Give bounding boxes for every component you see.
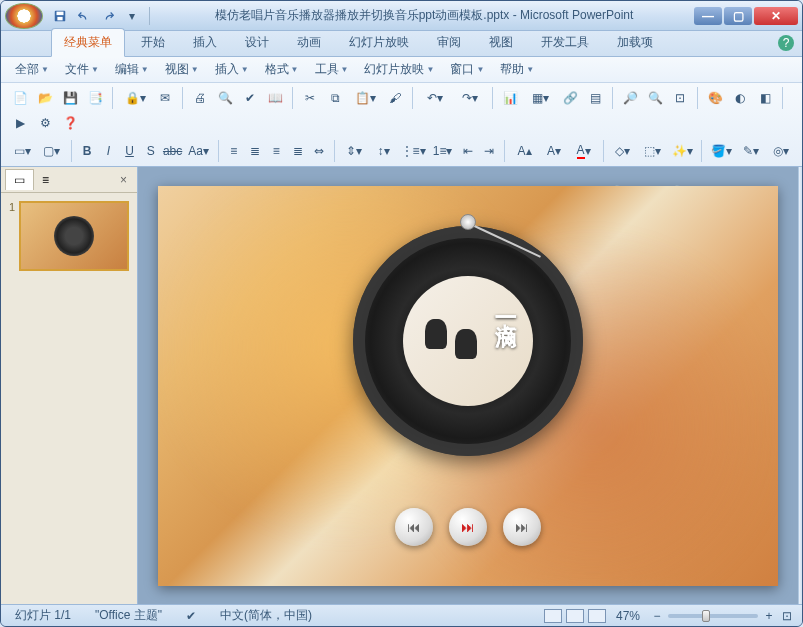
save-icon[interactable] — [49, 5, 71, 27]
tab-slideshow[interactable]: 幻灯片放映 — [337, 29, 421, 56]
sorter-view-icon[interactable] — [566, 609, 584, 623]
tab-developer[interactable]: 开发工具 — [529, 29, 601, 56]
tab-home[interactable]: 开始 — [129, 29, 177, 56]
slide-thumbnail[interactable] — [19, 201, 129, 271]
italic-icon[interactable]: I — [99, 140, 117, 162]
qat-more-icon[interactable]: ▾ — [121, 5, 143, 27]
font-color-icon[interactable]: A▾ — [570, 140, 597, 162]
align-center-icon[interactable]: ≣ — [246, 140, 264, 162]
slideshow-view-icon[interactable] — [588, 609, 606, 623]
numbering-icon[interactable]: 1≡▾ — [429, 140, 456, 162]
slide-canvas[interactable]: 一点一滴 ⏮ ⏭ ⏭ — [158, 186, 778, 586]
inc-indent-icon[interactable]: ⇥ — [480, 140, 498, 162]
tab-view[interactable]: 视图 — [477, 29, 525, 56]
menu-window[interactable]: 窗口▼ — [444, 58, 490, 81]
underline-icon[interactable]: U — [120, 140, 138, 162]
zoom-thumb[interactable] — [702, 610, 710, 622]
save-icon[interactable]: 💾 — [59, 87, 81, 109]
tab-review[interactable]: 审阅 — [425, 29, 473, 56]
fill-icon[interactable]: 🪣▾ — [708, 140, 735, 162]
table-icon[interactable]: ▦▾ — [524, 87, 556, 109]
zoom-in-button[interactable]: + — [762, 609, 776, 623]
permission-icon[interactable]: 🔒▾ — [119, 87, 151, 109]
direction-icon[interactable]: ↕▾ — [370, 140, 397, 162]
menu-help[interactable]: 帮助▼ — [494, 58, 540, 81]
zoom-level[interactable]: 47% — [610, 607, 646, 625]
copy-icon[interactable]: ⧉ — [324, 87, 346, 109]
open-icon[interactable]: 📂 — [34, 87, 56, 109]
tab-design[interactable]: 设计 — [233, 29, 281, 56]
bw-icon[interactable]: ◧ — [754, 87, 776, 109]
help-icon[interactable]: ? — [778, 35, 794, 51]
saveas-icon[interactable]: 📑 — [84, 87, 106, 109]
menu-edit[interactable]: 编辑▼ — [109, 58, 155, 81]
menu-insert[interactable]: 插入▼ — [209, 58, 255, 81]
chart-icon[interactable]: 📊 — [499, 87, 521, 109]
redo-icon[interactable] — [97, 5, 119, 27]
tab-slides-icon[interactable]: ▭ — [5, 169, 34, 190]
dec-indent-icon[interactable]: ⇤ — [459, 140, 477, 162]
strike-icon[interactable]: abc — [163, 140, 182, 162]
zoom-slider[interactable] — [668, 614, 758, 618]
undo-icon[interactable]: ↶▾ — [419, 87, 451, 109]
play-button[interactable]: ⏭ — [449, 508, 487, 546]
zoom-out-button[interactable]: − — [650, 609, 664, 623]
tables-icon[interactable]: ▤ — [584, 87, 606, 109]
distribute-icon[interactable]: ⇔ — [310, 140, 328, 162]
tab-classic-menu[interactable]: 经典菜单 — [51, 28, 125, 57]
tab-addins[interactable]: 加载项 — [605, 29, 665, 56]
bold-icon[interactable]: B — [78, 140, 96, 162]
justify-icon[interactable]: ≣ — [288, 140, 306, 162]
print-icon[interactable]: 🖨 — [189, 87, 211, 109]
quick-styles-icon[interactable]: ✨▾ — [669, 140, 696, 162]
undo-icon[interactable] — [73, 5, 95, 27]
paste-icon[interactable]: 📋▾ — [349, 87, 381, 109]
tab-outline-icon[interactable]: ≡ — [34, 170, 57, 190]
spell-icon[interactable]: ✔ — [239, 87, 261, 109]
new-icon[interactable]: 📄 — [9, 87, 31, 109]
cut-icon[interactable]: ✂ — [299, 87, 321, 109]
prev-button[interactable]: ⏮ — [395, 508, 433, 546]
menu-slideshow[interactable]: 幻灯片放映▼ — [358, 58, 440, 81]
options-icon[interactable]: ⚙ — [34, 112, 56, 134]
align-right-icon[interactable]: ≡ — [267, 140, 285, 162]
zoom-out-icon[interactable]: 🔍 — [644, 87, 666, 109]
bullets-icon[interactable]: ⋮≡▾ — [400, 140, 427, 162]
maximize-button[interactable]: ▢ — [724, 7, 752, 25]
format-painter-icon[interactable]: 🖌 — [384, 87, 406, 109]
next-button[interactable]: ⏭ — [503, 508, 541, 546]
shapes-icon[interactable]: ◇▾ — [610, 140, 637, 162]
normal-view-icon[interactable] — [544, 609, 562, 623]
zoom-in-icon[interactable]: 🔎 — [619, 87, 641, 109]
dec-font-icon[interactable]: A▾ — [541, 140, 568, 162]
tab-insert[interactable]: 插入 — [181, 29, 229, 56]
shadow-icon[interactable]: S — [142, 140, 160, 162]
arrange-icon[interactable]: ⬚▾ — [639, 140, 666, 162]
vertical-scrollbar[interactable] — [798, 167, 802, 604]
grayscale-icon[interactable]: ◐ — [729, 87, 751, 109]
office-button[interactable] — [5, 3, 43, 29]
research-icon[interactable]: 📖 — [264, 87, 286, 109]
spell-status-icon[interactable]: ✔ — [180, 607, 202, 625]
linespace-icon[interactable]: ⇕▾ — [341, 140, 368, 162]
menu-file[interactable]: 文件▼ — [59, 58, 105, 81]
menu-view[interactable]: 视图▼ — [159, 58, 205, 81]
panel-close-icon[interactable]: × — [114, 173, 133, 187]
email-icon[interactable]: ✉ — [154, 87, 176, 109]
tab-animation[interactable]: 动画 — [285, 29, 333, 56]
changecase-icon[interactable]: Aa▾ — [185, 140, 212, 162]
redo-icon[interactable]: ↷▾ — [454, 87, 486, 109]
menu-tools[interactable]: 工具▼ — [309, 58, 355, 81]
slideshow-icon[interactable]: ▶ — [9, 112, 31, 134]
slide-area[interactable]: 🔈 🔈 一点一滴 ⏮ ⏭ ⏭ — [138, 167, 798, 604]
fit-icon[interactable]: ⊡ — [669, 87, 691, 109]
fit-window-icon[interactable]: ⊡ — [780, 609, 794, 623]
align-left-icon[interactable]: ≡ — [225, 140, 243, 162]
preview-icon[interactable]: 🔍 — [214, 87, 236, 109]
menu-format[interactable]: 格式▼ — [259, 58, 305, 81]
color-icon[interactable]: 🎨 — [704, 87, 726, 109]
effects-icon[interactable]: ◎▾ — [767, 140, 794, 162]
hyperlink-icon[interactable]: 🔗 — [559, 87, 581, 109]
menu-all[interactable]: 全部▼ — [9, 58, 55, 81]
help2-icon[interactable]: ❓ — [59, 112, 81, 134]
